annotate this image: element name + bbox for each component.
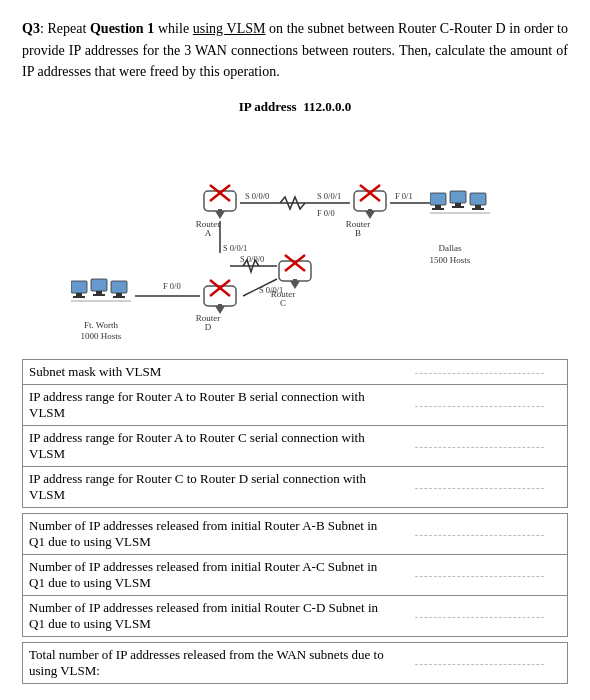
ftworth-label: Ft. Worth — [84, 320, 119, 330]
diagram-svg-container: Router A Router B Router C Router D S 0/… — [22, 121, 568, 341]
router-d-icon — [204, 280, 236, 314]
ftworth-hosts-label: 1000 Hosts — [81, 331, 122, 341]
row-label-2: IP address range for Router A to Router … — [23, 426, 394, 467]
table-row: IP address range for Router C to Router … — [23, 467, 568, 508]
label-s001-c: S 0/0/1 — [259, 285, 283, 295]
router-d-sublabel: D — [205, 322, 212, 332]
row-label-7: Total number of IP addresses released fr… — [23, 643, 394, 684]
row-answer-7: ---------------------------- — [393, 643, 567, 684]
label-f01-b: F 0/1 — [395, 191, 413, 201]
network-diagram-svg: Router A Router B Router C Router D S 0/… — [55, 121, 535, 341]
table-row: IP address range for Router A to Router … — [23, 426, 568, 467]
network-diagram: IP address 112.0.0.0 — [22, 99, 568, 341]
table-row: Total number of IP addresses released fr… — [23, 643, 568, 684]
router-a-sublabel: A — [205, 228, 212, 238]
row-answer-0: ---------------------------- — [393, 360, 567, 385]
row-label-3: IP address range for Router C to Router … — [23, 467, 394, 508]
router-b-icon — [354, 185, 386, 219]
dallas-label: Dallas — [439, 243, 462, 253]
label-s001-a: S 0/0/1 — [223, 243, 247, 253]
table-row: IP address range for Router A to Router … — [23, 385, 568, 426]
label-s000-c: S 0/0/0 — [240, 254, 264, 264]
row-label-4: Number of IP addresses released from ini… — [23, 514, 394, 555]
question-text: : Repeat Question 1 while using VLSM on … — [22, 21, 568, 79]
router-a-icon — [204, 185, 236, 219]
table-row: Number of IP addresses released from ini… — [23, 596, 568, 637]
router-c-sublabel: C — [280, 298, 286, 308]
dallas-hosts-label: 1500 Hosts — [430, 255, 471, 265]
table-row: Subnet mask with VLSM-------------------… — [23, 360, 568, 385]
dallas-pcs — [430, 191, 490, 213]
router-b-sublabel: B — [355, 228, 361, 238]
table-row: Number of IP addresses released from ini… — [23, 514, 568, 555]
router-c-icon — [279, 255, 311, 289]
table-row: Number of IP addresses released from ini… — [23, 555, 568, 596]
row-label-0: Subnet mask with VLSM — [23, 360, 394, 385]
row-answer-1: ---------------------------- — [393, 385, 567, 426]
ip-address-label: IP address 112.0.0.0 — [239, 99, 351, 115]
row-answer-6: ---------------------------- — [393, 596, 567, 637]
label-s000-a: S 0/0/0 — [245, 191, 269, 201]
question-block: Q3: Repeat Question 1 while using VLSM o… — [22, 18, 568, 83]
answer-table: Subnet mask with VLSM-------------------… — [22, 359, 568, 684]
row-answer-2: ---------------------------- — [393, 426, 567, 467]
label-f00-d: F 0/0 — [163, 281, 181, 291]
question-label: Q3 — [22, 21, 40, 36]
row-answer-4: ---------------------------- — [393, 514, 567, 555]
row-label-1: IP address range for Router A to Router … — [23, 385, 394, 426]
row-answer-3: ---------------------------- — [393, 467, 567, 508]
label-f00-b: F 0/0 — [317, 208, 335, 218]
label-s001-b: S 0/0/1 — [317, 191, 341, 201]
row-label-6: Number of IP addresses released from ini… — [23, 596, 394, 637]
row-answer-5: ---------------------------- — [393, 555, 567, 596]
ftworth-pcs — [71, 279, 131, 301]
row-label-5: Number of IP addresses released from ini… — [23, 555, 394, 596]
